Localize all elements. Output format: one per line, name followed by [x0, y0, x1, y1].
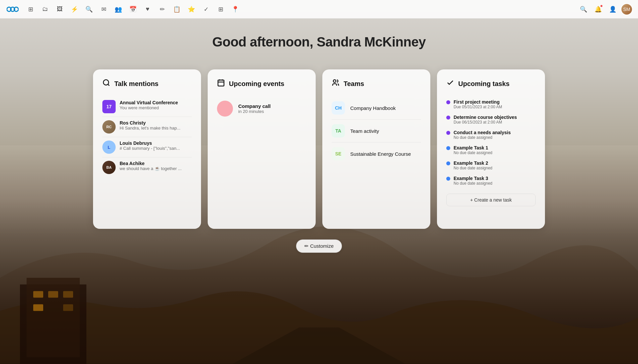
- task-item[interactable]: Example Task 3 No due date assigned: [446, 173, 536, 188]
- upcoming-events-card: Upcoming events Company call in 20 minut…: [208, 69, 316, 229]
- task-dot-6: [446, 177, 450, 181]
- teams-card: Teams CH Company Handbook TA Team activi…: [322, 69, 430, 229]
- user-status-icon[interactable]: 👤: [606, 3, 619, 16]
- teams-icon: [332, 79, 340, 89]
- mention-text-louis: Louis Debruys # Call summary - ["louis",…: [120, 140, 192, 151]
- task-name-6: Example Task 3: [454, 176, 536, 181]
- greeting-text: Good afternoon, Sandra McKinney: [212, 35, 426, 49]
- mention-name: Louis Debruys: [120, 140, 192, 146]
- mention-avatar-ros: RC: [102, 120, 116, 134]
- task-due-4: No due date assigned: [454, 150, 536, 155]
- event-avatar: [217, 101, 233, 117]
- nav-favorites[interactable]: ♥: [141, 3, 154, 16]
- event-name: Company call: [238, 103, 306, 109]
- mention-preview: # Call summary - ["louis","san...: [120, 146, 192, 151]
- task-item[interactable]: Example Task 1 No due date assigned: [446, 142, 536, 158]
- task-text-3: Conduct a needs analysis No due date ass…: [454, 130, 536, 140]
- team-item-ch[interactable]: CH Company Handbook: [332, 97, 421, 120]
- create-task-button[interactable]: + Create a new task: [446, 194, 536, 206]
- main-content: Good afternoon, Sandra McKinney Talk men…: [0, 19, 638, 364]
- task-dot-3: [446, 131, 450, 135]
- task-due-2: Due 06/15/2023 at 2:00 AM: [454, 120, 536, 125]
- tasks-header: Upcoming tasks: [446, 79, 536, 89]
- task-name-5: Example Task 2: [454, 160, 536, 166]
- nav-apps[interactable]: ⊞: [214, 3, 227, 16]
- team-item-se[interactable]: SE Sustainable Energy Course: [332, 142, 421, 165]
- mention-avatar-conference: 17: [102, 100, 116, 113]
- nav-tasks[interactable]: ✓: [199, 3, 213, 16]
- mention-preview: we should have a ☕ together ...: [120, 166, 192, 171]
- nav-deck[interactable]: 📋: [170, 3, 183, 16]
- svg-line-12: [108, 84, 109, 86]
- search-icon-btn[interactable]: 🔍: [577, 3, 590, 16]
- team-avatar-se: SE: [332, 147, 345, 160]
- task-dot-5: [446, 161, 450, 165]
- nav-dashboard[interactable]: ⊞: [24, 3, 37, 16]
- task-name-1: First project meeting: [454, 99, 536, 105]
- task-dot-4: [446, 146, 450, 150]
- mention-item[interactable]: L Louis Debruys # Call summary - ["louis…: [102, 137, 192, 157]
- tasks-title: Upcoming tasks: [458, 80, 509, 88]
- nav-activity[interactable]: ⚡: [68, 3, 81, 16]
- user-avatar[interactable]: SM: [621, 3, 633, 15]
- team-name-ta: Team activity: [350, 128, 379, 134]
- nav-contacts[interactable]: 👥: [112, 3, 125, 16]
- task-item[interactable]: Determine course objectives Due 06/15/20…: [446, 112, 536, 127]
- events-header: Upcoming events: [217, 79, 306, 89]
- talk-icon: [102, 79, 110, 89]
- task-text-5: Example Task 2 No due date assigned: [454, 160, 536, 170]
- app-logo[interactable]: [5, 2, 20, 17]
- task-name-2: Determine course objectives: [454, 115, 536, 120]
- teams-title: Teams: [344, 80, 364, 88]
- mention-name: Ros Christy: [120, 120, 192, 126]
- notifications-bell[interactable]: 🔔: [591, 3, 605, 16]
- mention-text-conference: Annual Virtual Conference You were menti…: [120, 100, 192, 110]
- team-item-ta[interactable]: TA Team activity: [332, 120, 421, 142]
- nav-recommended[interactable]: ⭐: [185, 3, 198, 16]
- talk-mentions-title: Talk mentions: [114, 80, 159, 88]
- svg-point-11: [103, 80, 109, 85]
- team-avatar-ta: TA: [332, 124, 345, 137]
- mention-preview: You were mentioned: [120, 105, 192, 110]
- nav-maps[interactable]: 📍: [229, 3, 242, 16]
- nav-calendar[interactable]: 📅: [126, 3, 140, 16]
- event-time: in 20 minutes: [238, 109, 306, 114]
- talk-mentions-card: Talk mentions 17 Annual Virtual Conferen…: [93, 69, 201, 229]
- events-title: Upcoming events: [229, 80, 284, 88]
- task-text-4: Example Task 1 No due date assigned: [454, 145, 536, 155]
- mention-item[interactable]: 17 Annual Virtual Conference You were me…: [102, 97, 192, 117]
- mention-text-ros: Ros Christy Hi Sandra, let's make this h…: [120, 120, 192, 131]
- notification-dot: [600, 5, 603, 7]
- talk-mentions-header: Talk mentions: [102, 79, 192, 89]
- upcoming-tasks-card: Upcoming tasks First project meeting Due…: [437, 69, 545, 229]
- task-dot-2: [446, 116, 450, 120]
- teams-header: Teams: [332, 79, 421, 89]
- event-text: Company call in 20 minutes: [238, 103, 306, 114]
- task-due-3: No due date assigned: [454, 135, 536, 140]
- mention-preview: Hi Sandra, let's make this hap...: [120, 126, 192, 131]
- task-due-6: No due date assigned: [454, 181, 536, 186]
- nav-mail[interactable]: ✉: [97, 3, 110, 16]
- team-avatar-ch: CH: [332, 101, 345, 115]
- customize-button[interactable]: ✏ Customize: [296, 239, 342, 253]
- svg-rect-13: [218, 80, 224, 86]
- nav-files[interactable]: 🗂: [39, 3, 52, 16]
- mention-name: Bea Achike: [120, 161, 192, 166]
- task-item[interactable]: Example Task 2 No due date assigned: [446, 158, 536, 173]
- event-item[interactable]: Company call in 20 minutes: [217, 97, 306, 121]
- nav-notes[interactable]: ✏: [156, 3, 169, 16]
- check-icon: [446, 79, 454, 89]
- team-name-ch: Company Handbook: [350, 105, 396, 111]
- mention-avatar-louis: L: [102, 140, 116, 154]
- task-text-1: First project meeting Due 05/31/2023 at …: [454, 99, 536, 109]
- mention-item[interactable]: BA Bea Achike we should have a ☕ togethe…: [102, 157, 192, 177]
- task-item[interactable]: First project meeting Due 05/31/2023 at …: [446, 97, 536, 112]
- nav-search[interactable]: 🔍: [82, 3, 96, 16]
- task-text-2: Determine course objectives Due 06/15/20…: [454, 115, 536, 125]
- nav-photos[interactable]: 🖼: [53, 3, 66, 16]
- task-text-6: Example Task 3 No due date assigned: [454, 176, 536, 186]
- mention-item[interactable]: RC Ros Christy Hi Sandra, let's make thi…: [102, 117, 192, 137]
- task-name-3: Conduct a needs analysis: [454, 130, 536, 135]
- task-item[interactable]: Conduct a needs analysis No due date ass…: [446, 127, 536, 142]
- cards-row: Talk mentions 17 Annual Virtual Conferen…: [73, 69, 565, 229]
